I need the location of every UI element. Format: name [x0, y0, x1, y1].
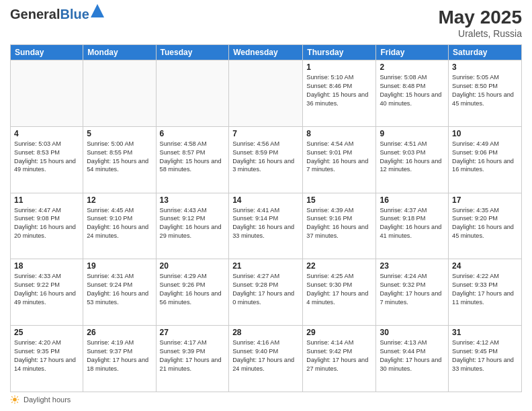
calendar-cell: 30Sunrise: 4:13 AM Sunset: 9:44 PM Dayli… — [376, 326, 449, 392]
header-saturday: Saturday — [449, 45, 522, 60]
day-number: 2 — [380, 62, 445, 72]
header-sunday: Sunday — [11, 45, 83, 60]
day-info: Sunrise: 4:20 AM Sunset: 9:35 PM Dayligh… — [14, 338, 79, 373]
day-number: 4 — [14, 129, 79, 138]
header-wednesday: Wednesday — [229, 45, 303, 60]
day-info: Sunrise: 4:35 AM Sunset: 9:20 PM Dayligh… — [452, 206, 518, 241]
calendar-cell: 12Sunrise: 4:45 AM Sunset: 9:10 PM Dayli… — [83, 193, 156, 259]
day-number: 15 — [306, 195, 372, 205]
day-number: 12 — [87, 195, 152, 205]
calendar-cell: 18Sunrise: 4:33 AM Sunset: 9:22 PM Dayli… — [11, 259, 83, 326]
calendar-cell: 10Sunrise: 4:49 AM Sunset: 9:06 PM Dayli… — [449, 126, 522, 193]
calendar-week-row-2: 11Sunrise: 4:47 AM Sunset: 9:08 PM Dayli… — [11, 193, 522, 259]
day-number: 16 — [380, 195, 445, 205]
calendar-table: Sunday Monday Tuesday Wednesday Thursday… — [10, 44, 522, 392]
calendar-cell: 16Sunrise: 4:37 AM Sunset: 9:18 PM Dayli… — [376, 193, 449, 259]
day-number: 6 — [160, 129, 226, 138]
day-number: 21 — [232, 261, 299, 271]
day-number: 9 — [380, 129, 445, 138]
day-info: Sunrise: 5:00 AM Sunset: 8:55 PM Dayligh… — [87, 140, 152, 175]
calendar-cell: 2Sunrise: 5:08 AM Sunset: 8:48 PM Daylig… — [376, 60, 449, 127]
month-year-title: May 2025 — [438, 7, 522, 28]
logo: GeneralBlue — [10, 7, 89, 22]
day-number: 29 — [306, 328, 372, 337]
calendar-cell: 13Sunrise: 4:43 AM Sunset: 9:12 PM Dayli… — [156, 193, 229, 259]
calendar-cell: 20Sunrise: 4:29 AM Sunset: 9:26 PM Dayli… — [156, 259, 229, 326]
calendar-cell — [83, 60, 156, 127]
calendar-cell — [156, 60, 229, 127]
calendar-week-row-4: 25Sunrise: 4:20 AM Sunset: 9:35 PM Dayli… — [11, 326, 522, 392]
calendar-cell: 7Sunrise: 4:56 AM Sunset: 8:59 PM Daylig… — [229, 126, 303, 193]
day-number: 10 — [452, 129, 518, 138]
day-info: Sunrise: 5:10 AM Sunset: 8:46 PM Dayligh… — [306, 73, 372, 108]
calendar-cell: 31Sunrise: 4:12 AM Sunset: 9:45 PM Dayli… — [449, 326, 522, 392]
day-info: Sunrise: 4:16 AM Sunset: 9:40 PM Dayligh… — [232, 338, 299, 373]
calendar-header-row: Sunday Monday Tuesday Wednesday Thursday… — [11, 45, 522, 60]
day-number: 28 — [232, 328, 299, 337]
calendar-cell: 27Sunrise: 4:17 AM Sunset: 9:39 PM Dayli… — [156, 326, 229, 392]
calendar-cell: 17Sunrise: 4:35 AM Sunset: 9:20 PM Dayli… — [449, 193, 522, 259]
calendar-cell: 1Sunrise: 5:10 AM Sunset: 8:46 PM Daylig… — [303, 60, 376, 127]
location-subtitle: Uralets, Russia — [438, 28, 522, 39]
calendar-cell: 23Sunrise: 4:24 AM Sunset: 9:32 PM Dayli… — [376, 259, 449, 326]
header: GeneralBlue May 2025 Uralets, Russia — [10, 7, 522, 39]
day-number: 7 — [232, 129, 299, 138]
day-info: Sunrise: 5:03 AM Sunset: 8:53 PM Dayligh… — [14, 140, 79, 175]
calendar-cell: 4Sunrise: 5:03 AM Sunset: 8:53 PM Daylig… — [11, 126, 83, 193]
calendar-cell: 25Sunrise: 4:20 AM Sunset: 9:35 PM Dayli… — [11, 326, 83, 392]
day-info: Sunrise: 4:45 AM Sunset: 9:10 PM Dayligh… — [87, 206, 152, 241]
header-thursday: Thursday — [303, 45, 376, 60]
header-tuesday: Tuesday — [156, 45, 229, 60]
calendar-cell: 19Sunrise: 4:31 AM Sunset: 9:24 PM Dayli… — [83, 259, 156, 326]
day-info: Sunrise: 4:56 AM Sunset: 8:59 PM Dayligh… — [232, 140, 299, 175]
calendar-week-row-1: 4Sunrise: 5:03 AM Sunset: 8:53 PM Daylig… — [11, 126, 522, 193]
day-info: Sunrise: 4:12 AM Sunset: 9:45 PM Dayligh… — [452, 338, 518, 373]
day-info: Sunrise: 4:31 AM Sunset: 9:24 PM Dayligh… — [87, 272, 152, 307]
day-number: 18 — [14, 261, 79, 271]
day-info: Sunrise: 4:54 AM Sunset: 9:01 PM Dayligh… — [306, 140, 372, 175]
footer-note: Daylight hours — [10, 395, 522, 404]
day-number: 27 — [160, 328, 226, 337]
calendar-cell: 15Sunrise: 4:39 AM Sunset: 9:16 PM Dayli… — [303, 193, 376, 259]
day-number: 14 — [232, 195, 299, 205]
day-number: 23 — [380, 261, 445, 271]
svg-marker-0 — [91, 4, 104, 17]
day-number: 25 — [14, 328, 79, 337]
day-info: Sunrise: 4:19 AM Sunset: 9:37 PM Dayligh… — [87, 338, 152, 373]
calendar-cell: 28Sunrise: 4:16 AM Sunset: 9:40 PM Dayli… — [229, 326, 303, 392]
day-info: Sunrise: 4:25 AM Sunset: 9:30 PM Dayligh… — [306, 272, 372, 307]
calendar-cell: 26Sunrise: 4:19 AM Sunset: 9:37 PM Dayli… — [83, 326, 156, 392]
svg-line-6 — [11, 396, 13, 398]
calendar-cell: 11Sunrise: 4:47 AM Sunset: 9:08 PM Dayli… — [11, 193, 83, 259]
svg-line-9 — [11, 402, 13, 403]
calendar-cell: 5Sunrise: 5:00 AM Sunset: 8:55 PM Daylig… — [83, 126, 156, 193]
day-info: Sunrise: 4:22 AM Sunset: 9:33 PM Dayligh… — [452, 272, 518, 307]
day-info: Sunrise: 4:43 AM Sunset: 9:12 PM Dayligh… — [160, 206, 226, 241]
svg-line-8 — [17, 396, 18, 398]
calendar-cell: 6Sunrise: 4:58 AM Sunset: 8:57 PM Daylig… — [156, 126, 229, 193]
page: GeneralBlue May 2025 Uralets, Russia Sun… — [0, 0, 532, 411]
svg-line-7 — [17, 402, 18, 403]
day-number: 17 — [452, 195, 518, 205]
day-info: Sunrise: 4:13 AM Sunset: 9:44 PM Dayligh… — [380, 338, 445, 373]
day-info: Sunrise: 4:58 AM Sunset: 8:57 PM Dayligh… — [160, 140, 226, 175]
day-number: 8 — [306, 129, 372, 138]
day-number: 31 — [452, 328, 518, 337]
calendar-cell — [11, 60, 83, 127]
day-info: Sunrise: 4:29 AM Sunset: 9:26 PM Dayligh… — [160, 272, 226, 307]
day-info: Sunrise: 4:33 AM Sunset: 9:22 PM Dayligh… — [14, 272, 79, 307]
day-number: 3 — [452, 62, 518, 72]
day-number: 30 — [380, 328, 445, 337]
logo-blue-text: Blue — [60, 7, 89, 21]
day-info: Sunrise: 4:14 AM Sunset: 9:42 PM Dayligh… — [306, 338, 372, 373]
day-number: 5 — [87, 129, 152, 138]
day-info: Sunrise: 4:49 AM Sunset: 9:06 PM Dayligh… — [452, 140, 518, 175]
calendar-cell: 9Sunrise: 4:51 AM Sunset: 9:03 PM Daylig… — [376, 126, 449, 193]
calendar-cell: 22Sunrise: 4:25 AM Sunset: 9:30 PM Dayli… — [303, 259, 376, 326]
footer-label: Daylight hours — [24, 396, 71, 404]
title-block: May 2025 Uralets, Russia — [438, 7, 522, 39]
calendar-cell — [229, 60, 303, 127]
sun-icon — [10, 395, 19, 404]
header-monday: Monday — [83, 45, 156, 60]
logo-icon — [91, 4, 104, 17]
